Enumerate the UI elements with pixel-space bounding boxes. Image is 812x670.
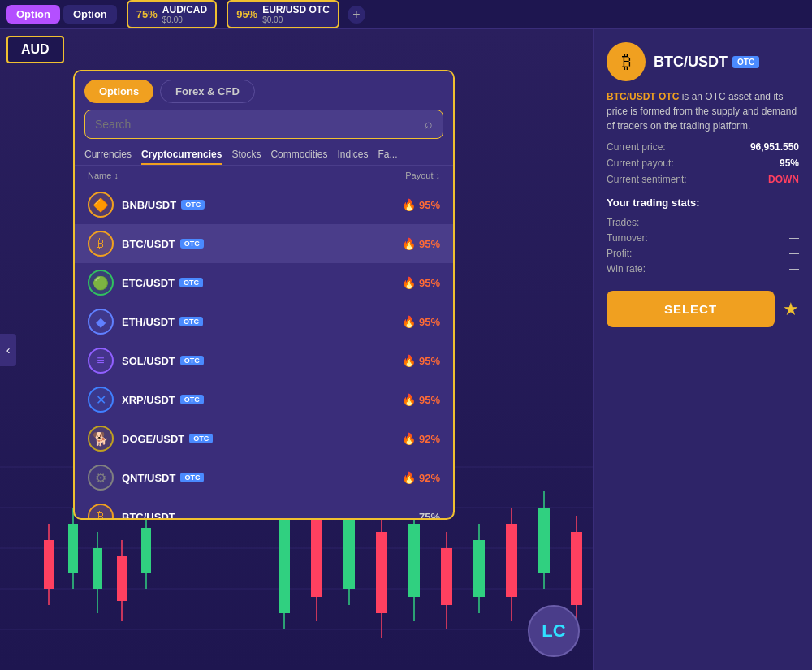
info-desc-highlight: BTC/USDT OTC <box>607 91 679 102</box>
asset-chip-eurusd[interactable]: 95% EUR/USD OTC $0.00 <box>227 0 339 28</box>
category-tabs: Currencies Cryptocurrencies Stocks Commo… <box>75 145 453 166</box>
otc-badge: OTC <box>179 278 203 287</box>
asset-row[interactable]: ₿ BTC/USDT 75% <box>75 497 453 518</box>
tab-option-1[interactable]: Option <box>6 5 60 24</box>
info-description: BTC/USDT OTC is an OTC asset and its pri… <box>607 89 799 133</box>
search-input[interactable] <box>95 118 425 131</box>
favorite-button[interactable]: ★ <box>783 299 799 320</box>
info-asset-name-group: BTC/USDT OTC <box>654 54 759 71</box>
coin-symbol: ⚙ <box>95 470 106 486</box>
stat-current-sentiment: Current sentiment: DOWN <box>607 174 799 185</box>
main-layout: AUD ‹ Options Forex & CFD ⌕ Currencies C… <box>0 29 812 670</box>
aud-label: AUD <box>6 36 64 63</box>
options-filter-button[interactable]: Options <box>84 80 153 103</box>
asset-row[interactable]: ◆ ETH/USDT OTC 🔥95% <box>75 302 453 341</box>
asset-icon: ⚙ <box>88 465 114 491</box>
asset-symbol: BTC/USDT <box>122 238 175 250</box>
asset-payout: 🔥92% <box>402 432 440 445</box>
trading-stats-title: Your trading stats: <box>607 197 799 209</box>
ts-value: — <box>789 263 799 274</box>
asset-symbol: QNT/USDT <box>122 472 175 484</box>
asset-payout-value: 95% <box>419 394 440 406</box>
asset2-name: EUR/USD OTC <box>262 4 330 15</box>
asset-payout-value: 95% <box>419 199 440 211</box>
svg-rect-33 <box>538 508 550 573</box>
ts-label: Win rate: <box>607 263 646 274</box>
fire-icon: 🔥 <box>402 354 416 367</box>
asset-name-group: XRP/USDT OTC <box>122 394 402 406</box>
tab-option-2[interactable]: Option <box>63 5 117 24</box>
col-name: Name ↕ <box>88 171 119 180</box>
coin-symbol: 🐕 <box>93 431 109 447</box>
asset1-price: $0.00 <box>162 15 207 24</box>
asset-name-group: ETH/USDT OTC <box>122 316 402 328</box>
asset-payout: 🔥92% <box>402 471 440 484</box>
otc-badge: OTC <box>189 434 213 443</box>
asset-symbol: SOL/USDT <box>122 355 175 367</box>
asset-row[interactable]: ✕ XRP/USDT OTC 🔥95% <box>75 380 453 419</box>
trading-stat-row: Win rate: — <box>607 263 799 274</box>
left-arrow-button[interactable]: ‹ <box>0 334 16 366</box>
coin-symbol: ₿ <box>97 509 104 518</box>
asset-chip-audcad[interactable]: 75% AUD/CAD $0.00 <box>127 0 217 28</box>
asset-icon: ◆ <box>88 309 114 335</box>
cat-tab-stocks[interactable]: Stocks <box>231 145 261 165</box>
search-icon: ⌕ <box>425 117 433 132</box>
asset-row[interactable]: ₿ BTC/USDT OTC 🔥95% <box>75 224 453 263</box>
asset-icon: ₿ <box>88 231 114 257</box>
select-button[interactable]: SELECT <box>607 291 775 327</box>
coin-symbol: ₿ <box>97 236 104 251</box>
otc-badge: OTC <box>180 395 204 404</box>
cat-tab-indices[interactable]: Indices <box>337 145 368 165</box>
cat-tab-commodities[interactable]: Commodities <box>270 145 327 165</box>
asset-name-group: BTC/USDT <box>122 511 419 519</box>
cat-tab-currencies[interactable]: Currencies <box>84 145 132 165</box>
asset-icon: ✕ <box>88 387 114 413</box>
fire-icon: 🔥 <box>402 432 416 445</box>
ts-value: — <box>789 232 799 244</box>
fire-icon: 🔥 <box>402 198 416 211</box>
coin-symbol: 🟢 <box>93 275 109 291</box>
logo-text: LC <box>542 620 565 642</box>
otc-badge: OTC <box>179 317 203 326</box>
svg-rect-10 <box>93 548 102 589</box>
cat-tab-fa[interactable]: Fa... <box>378 145 397 165</box>
asset-list-header: Name ↕ Payout ↕ <box>75 166 453 185</box>
asset-name-group: BTC/USDT OTC <box>122 238 402 250</box>
asset-payout-value: 92% <box>419 472 440 484</box>
coin-symbol: 🔶 <box>93 197 109 213</box>
asset-icon: ₿ <box>88 504 114 518</box>
cat-tab-crypto[interactable]: Cryptocurrencies <box>141 145 222 165</box>
svg-rect-8 <box>68 524 78 573</box>
svg-rect-20 <box>343 516 355 589</box>
forex-cfd-filter-button[interactable]: Forex & CFD <box>160 80 255 103</box>
search-bar: ⌕ <box>84 110 443 139</box>
svg-rect-23 <box>376 532 387 613</box>
asset-payout-value: 95% <box>419 316 440 328</box>
asset-symbol: ETH/USDT <box>122 316 175 328</box>
asset-payout-value: 92% <box>419 433 440 445</box>
stat-price-label: Current price: <box>607 141 666 153</box>
trading-stats: Trades: — Turnover: — Profit: — Win rate… <box>607 217 799 274</box>
asset-payout-value: 75% <box>419 511 440 519</box>
svg-rect-31 <box>506 524 517 597</box>
svg-rect-35 <box>571 532 582 605</box>
svg-rect-14 <box>141 528 151 573</box>
asset-symbol: DOGE/USDT <box>122 433 184 445</box>
svg-rect-25 <box>408 524 420 597</box>
asset-row[interactable]: 🟢 ETC/USDT OTC 🔥95% <box>75 263 453 302</box>
stat-current-price: Current price: 96,951.550 <box>607 141 799 153</box>
asset-row[interactable]: ≡ SOL/USDT OTC 🔥95% <box>75 341 453 380</box>
asset-row[interactable]: 🔶 BNB/USDT OTC 🔥95% <box>75 185 453 224</box>
ts-value: — <box>789 248 799 259</box>
add-asset-button[interactable]: + <box>348 6 365 24</box>
asset-payout: 🔥95% <box>402 276 440 289</box>
stat-price-value: 96,951.550 <box>750 141 799 153</box>
asset-row[interactable]: ⚙ QNT/USDT OTC 🔥92% <box>75 458 453 497</box>
asset-list: 🔶 BNB/USDT OTC 🔥95% ₿ BTC/USDT OTC 🔥95% <box>75 185 453 518</box>
trading-stat-row: Profit: — <box>607 248 799 259</box>
ts-label: Profit: <box>607 248 632 259</box>
asset-row[interactable]: 🐕 DOGE/USDT OTC 🔥92% <box>75 419 453 458</box>
info-stats: Current price: 96,951.550 Current payout… <box>607 141 799 185</box>
trading-stat-row: Turnover: — <box>607 232 799 244</box>
